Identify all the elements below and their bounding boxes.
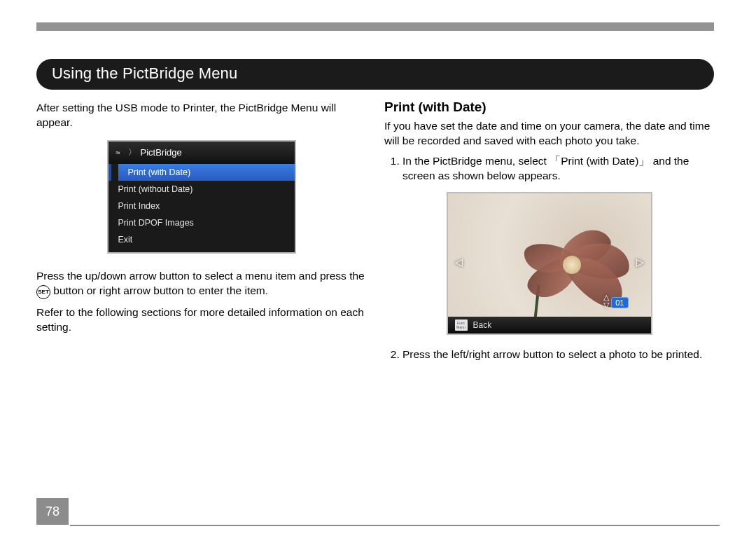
menu-title-text: PictBridge <box>141 147 182 158</box>
right-column: Print (with Date) If you have set the da… <box>384 98 714 366</box>
menu-item-label: Print DPOF Images <box>118 218 194 228</box>
steps-list-cont: Press the left/right arrow button to sel… <box>402 348 714 362</box>
left-column: After setting the USB mode to Printer, t… <box>36 98 366 366</box>
back-label: Back <box>473 320 492 330</box>
preview-bottom-bar: Func Menu Back <box>448 317 651 334</box>
step-1: In the PictBridge menu, select 「Print (w… <box>402 154 714 184</box>
up-down-arrows[interactable]: △ ▽ <box>603 294 609 308</box>
menu-item-label: Print (without Date) <box>118 184 193 194</box>
right-arrow-icon[interactable]: ▷ <box>636 256 644 268</box>
menu-title-bar: ≈ 〉 PictBridge <box>108 142 295 164</box>
menu-item-label: Print (with Date) <box>128 167 191 177</box>
func-bottom-label: Menu <box>456 325 465 329</box>
step-2: Press the left/right arrow button to sel… <box>402 348 714 362</box>
left-arrow-icon[interactable]: ◁ <box>455 256 463 268</box>
menu-item[interactable]: Print DPOF Images <box>108 214 295 231</box>
preview-photo <box>448 193 651 334</box>
instruction-text-b: button or right arrow button to enter th… <box>53 284 268 296</box>
section-heading-pill: Using the PictBridge Menu <box>36 59 714 90</box>
top-divider <box>36 22 714 31</box>
pictbridge-menu-screenshot: ≈ 〉 PictBridge Print (with Date) Print (… <box>107 140 296 254</box>
menu-item-selected[interactable]: Print (with Date) <box>118 164 295 181</box>
steps-list: In the PictBridge menu, select 「Print (w… <box>402 154 714 184</box>
set-label: SET <box>38 289 49 296</box>
menu-item[interactable]: Print Index <box>108 198 295 214</box>
count-value: 01 <box>615 298 624 307</box>
refer-paragraph: Refer to the following sections for more… <box>36 305 366 335</box>
menu-item-label: Exit <box>118 235 133 245</box>
set-button-icon: SET <box>36 285 50 299</box>
menu-item[interactable]: Print (without Date) <box>108 181 295 198</box>
page-number: 78 <box>46 504 59 519</box>
section-heading-text: Using the PictBridge Menu <box>52 64 237 82</box>
subsection-heading: Print (with Date) <box>384 99 714 115</box>
page-number-box: 78 <box>36 498 69 525</box>
menu-item[interactable]: Exit <box>108 231 295 248</box>
instruction-paragraph: Press the up/down arrow button to select… <box>36 269 366 300</box>
menu-body: Print (with Date) Print (without Date) P… <box>108 164 295 252</box>
up-arrow-icon: △ <box>603 294 609 301</box>
intro-paragraph: After setting the USB mode to Printer, t… <box>36 101 366 130</box>
count-badge: 01 <box>611 297 628 308</box>
func-menu-button-icon[interactable]: Func Menu <box>455 319 468 331</box>
menu-item-label: Print Index <box>118 201 160 211</box>
chevron-right-icon: 〉 <box>128 146 136 158</box>
instruction-text-a: Press the up/down arrow button to select… <box>36 270 365 282</box>
footer-divider <box>70 525 720 526</box>
menu-wave-icon: ≈ <box>115 148 120 158</box>
right-intro-paragraph: If you have set the date and time on you… <box>384 119 714 149</box>
print-preview-screenshot: ◁ ▷ △ ▽ 01 Func Menu Back <box>447 192 652 335</box>
down-arrow-icon: ▽ <box>603 301 609 308</box>
menu-selection-indicator <box>108 164 111 181</box>
